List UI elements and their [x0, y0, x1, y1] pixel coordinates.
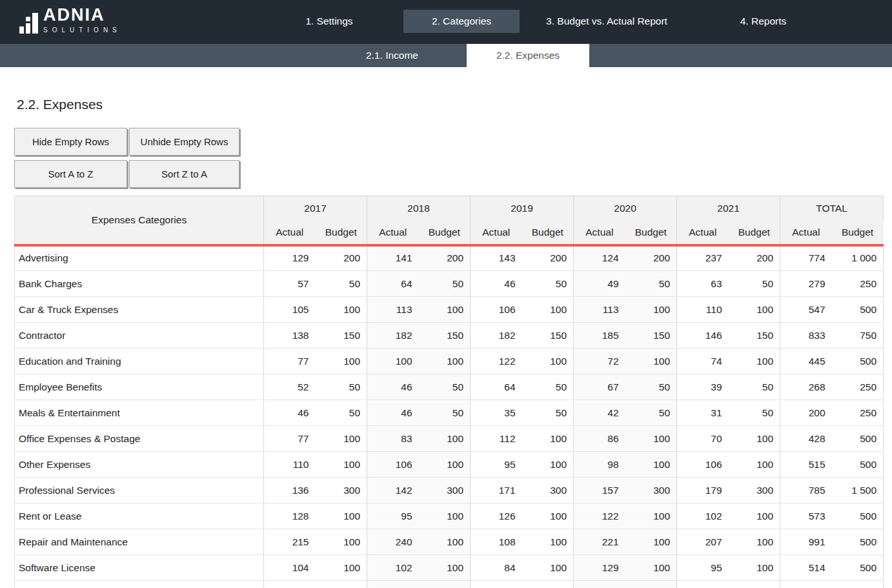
- budget-value-cell[interactable]: 50: [419, 271, 471, 297]
- empty-cell[interactable]: [522, 581, 574, 588]
- actual-value-cell[interactable]: 136: [264, 478, 316, 503]
- budget-value-cell[interactable]: 500: [832, 349, 884, 374]
- actual-value-cell[interactable]: 128: [264, 503, 316, 529]
- budget-value-cell[interactable]: 200: [316, 245, 367, 271]
- budget-value-cell[interactable]: 100: [316, 555, 367, 581]
- budget-value-cell[interactable]: 100: [625, 452, 677, 478]
- empty-cell[interactable]: [574, 581, 625, 588]
- budget-value-cell[interactable]: 50: [729, 400, 780, 426]
- actual-value-cell[interactable]: 445: [780, 349, 832, 374]
- empty-cell[interactable]: [367, 581, 419, 588]
- actual-value-cell[interactable]: 157: [574, 478, 625, 503]
- actual-value-cell[interactable]: 182: [367, 323, 419, 349]
- actual-value-cell[interactable]: 86: [574, 426, 625, 452]
- budget-value-cell[interactable]: 100: [316, 349, 367, 374]
- category-cell[interactable]: Car & Truck Expenses: [15, 297, 264, 323]
- actual-value-cell[interactable]: 785: [780, 478, 832, 503]
- actual-value-cell[interactable]: 77: [264, 349, 316, 374]
- actual-value-cell[interactable]: 77: [264, 426, 316, 452]
- empty-cell[interactable]: [677, 581, 729, 588]
- category-cell[interactable]: Rent or Lease: [15, 503, 264, 529]
- empty-cell[interactable]: [15, 581, 264, 588]
- actual-value-cell[interactable]: 57: [264, 271, 316, 297]
- actual-value-cell[interactable]: 42: [574, 400, 625, 426]
- empty-cell[interactable]: [264, 581, 316, 588]
- actual-value-cell[interactable]: 105: [264, 297, 316, 323]
- actual-value-cell[interactable]: 113: [574, 297, 625, 323]
- actual-value-cell[interactable]: 122: [574, 503, 625, 529]
- budget-value-cell[interactable]: 100: [419, 503, 471, 529]
- empty-cell[interactable]: [729, 581, 780, 588]
- actual-value-cell[interactable]: 63: [677, 271, 729, 297]
- category-cell[interactable]: Employee Benefits: [15, 374, 264, 400]
- budget-value-cell[interactable]: 100: [625, 529, 677, 555]
- category-cell[interactable]: Other Expenses: [15, 452, 264, 478]
- budget-value-cell[interactable]: 100: [522, 349, 574, 374]
- budget-value-cell[interactable]: 100: [316, 426, 367, 452]
- budget-value-cell[interactable]: 50: [316, 271, 367, 297]
- nav-tab-reports[interactable]: 4. Reports: [710, 10, 816, 33]
- budget-value-cell[interactable]: 100: [316, 452, 367, 478]
- actual-value-cell[interactable]: 129: [264, 245, 316, 271]
- actual-value-cell[interactable]: 143: [471, 245, 522, 271]
- actual-value-cell[interactable]: 64: [471, 374, 522, 400]
- budget-value-cell[interactable]: 50: [729, 374, 780, 400]
- actual-value-cell[interactable]: 49: [574, 271, 625, 297]
- budget-value-cell[interactable]: 50: [419, 400, 471, 426]
- actual-value-cell[interactable]: 207: [677, 529, 729, 555]
- category-cell[interactable]: Office Expenses & Postage: [15, 426, 264, 452]
- actual-value-cell[interactable]: 70: [677, 426, 729, 452]
- budget-value-cell[interactable]: 100: [729, 555, 780, 581]
- actual-value-cell[interactable]: 573: [780, 503, 832, 529]
- budget-value-cell[interactable]: 50: [316, 374, 367, 400]
- actual-value-cell[interactable]: 106: [471, 297, 522, 323]
- budget-value-cell[interactable]: 100: [625, 426, 677, 452]
- actual-value-cell[interactable]: 95: [367, 503, 419, 529]
- budget-value-cell[interactable]: 100: [522, 503, 574, 529]
- actual-value-cell[interactable]: 35: [471, 400, 522, 426]
- budget-value-cell[interactable]: 1 500: [832, 478, 884, 503]
- actual-value-cell[interactable]: 268: [780, 374, 832, 400]
- budget-value-cell[interactable]: 100: [625, 555, 677, 581]
- empty-cell[interactable]: [832, 581, 884, 588]
- actual-value-cell[interactable]: 74: [677, 349, 729, 374]
- budget-value-cell[interactable]: 50: [522, 271, 574, 297]
- actual-value-cell[interactable]: 129: [574, 555, 625, 581]
- budget-value-cell[interactable]: 250: [832, 374, 884, 400]
- budget-value-cell[interactable]: 100: [316, 503, 367, 529]
- budget-value-cell[interactable]: 100: [729, 349, 780, 374]
- actual-value-cell[interactable]: 113: [367, 297, 419, 323]
- sort-a-to-z-button[interactable]: Sort A to Z: [14, 160, 127, 188]
- budget-value-cell[interactable]: 100: [729, 529, 780, 555]
- budget-value-cell[interactable]: 100: [729, 452, 780, 478]
- actual-value-cell[interactable]: 104: [264, 555, 316, 581]
- budget-value-cell[interactable]: 200: [729, 245, 780, 271]
- subnav-tab-expenses[interactable]: 2.2. Expenses: [467, 44, 589, 67]
- actual-value-cell[interactable]: 215: [264, 529, 316, 555]
- actual-value-cell[interactable]: 83: [367, 426, 419, 452]
- budget-value-cell[interactable]: 200: [419, 245, 471, 271]
- budget-value-cell[interactable]: 300: [625, 478, 677, 503]
- budget-value-cell[interactable]: 100: [419, 426, 471, 452]
- actual-value-cell[interactable]: 112: [471, 426, 522, 452]
- category-cell[interactable]: Contractor: [15, 323, 264, 349]
- category-cell[interactable]: Professional Services: [15, 478, 264, 503]
- budget-value-cell[interactable]: 100: [625, 503, 677, 529]
- actual-value-cell[interactable]: 240: [367, 529, 419, 555]
- nav-tab-categories[interactable]: 2. Categories: [403, 10, 520, 33]
- actual-value-cell[interactable]: 124: [574, 245, 625, 271]
- budget-value-cell[interactable]: 100: [625, 297, 677, 323]
- budget-value-cell[interactable]: 150: [522, 323, 574, 349]
- actual-value-cell[interactable]: 774: [780, 245, 832, 271]
- actual-value-cell[interactable]: 46: [367, 400, 419, 426]
- sort-z-to-a-button[interactable]: Sort Z to A: [129, 160, 239, 188]
- budget-value-cell[interactable]: 100: [419, 349, 471, 374]
- budget-value-cell[interactable]: 100: [522, 297, 574, 323]
- actual-value-cell[interactable]: 52: [264, 374, 316, 400]
- actual-value-cell[interactable]: 46: [471, 271, 522, 297]
- budget-value-cell[interactable]: 100: [729, 503, 780, 529]
- empty-cell[interactable]: [780, 581, 832, 588]
- actual-value-cell[interactable]: 110: [264, 452, 316, 478]
- subnav-tab-income[interactable]: 2.1. Income: [329, 44, 455, 67]
- budget-value-cell[interactable]: 250: [832, 271, 884, 297]
